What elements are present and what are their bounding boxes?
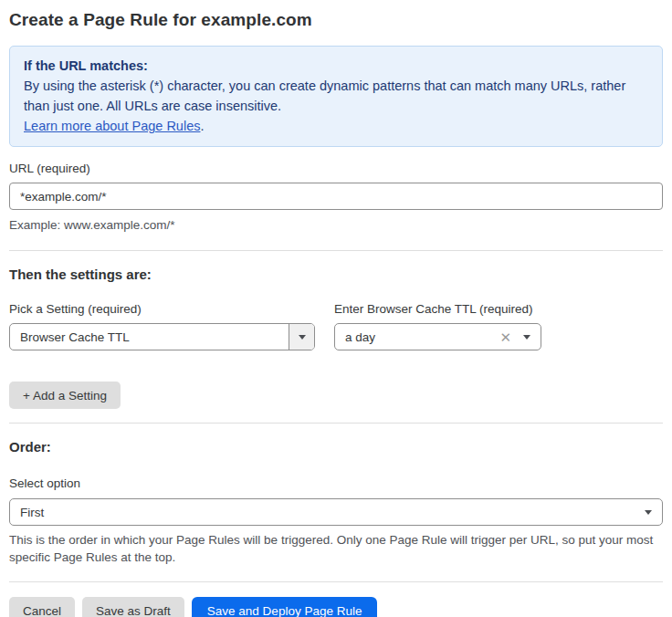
setting-picker-label: Pick a Setting (required) bbox=[9, 302, 315, 317]
link-suffix: . bbox=[200, 119, 204, 133]
ttl-picker-group: Enter Browser Cache TTL (required) a day… bbox=[334, 302, 541, 350]
info-box-link-line: Learn more about Page Rules. bbox=[24, 116, 648, 136]
ttl-picker-select[interactable]: a day ✕ bbox=[334, 323, 541, 350]
url-match-info-box: If the URL matches: By using the asteris… bbox=[9, 46, 663, 147]
section-divider bbox=[9, 581, 663, 582]
save-and-deploy-button[interactable]: Save and Deploy Page Rule bbox=[192, 597, 378, 617]
info-box-heading: If the URL matches: bbox=[24, 56, 648, 76]
create-page-rule-panel: Create a Page Rule for example.com If th… bbox=[0, 0, 672, 617]
footer-actions: Cancel Save as Draft Save and Deploy Pag… bbox=[9, 597, 663, 617]
page-title: Create a Page Rule for example.com bbox=[9, 7, 663, 33]
url-field-label: URL (required) bbox=[9, 162, 663, 176]
ttl-picker-label: Enter Browser Cache TTL (required) bbox=[334, 302, 541, 317]
ttl-picker-value: a day bbox=[345, 330, 492, 344]
cancel-button[interactable]: Cancel bbox=[9, 597, 75, 617]
clear-icon[interactable]: ✕ bbox=[499, 330, 511, 344]
url-field-group: URL (required) Example: www.example.com/… bbox=[9, 162, 663, 234]
ttl-picker-icons: ✕ bbox=[499, 330, 530, 344]
order-select-value: First bbox=[20, 506, 645, 519]
add-setting-button[interactable]: + Add a Setting bbox=[9, 382, 121, 409]
setting-picker-select[interactable]: Browser Cache TTL bbox=[9, 323, 315, 350]
url-input[interactable] bbox=[9, 183, 663, 210]
section-divider bbox=[9, 250, 663, 251]
learn-more-link[interactable]: Learn more about Page Rules bbox=[24, 119, 200, 133]
chevron-down-icon bbox=[645, 510, 652, 515]
url-example-help: Example: www.example.com/* bbox=[9, 216, 663, 234]
settings-row: Pick a Setting (required) Browser Cache … bbox=[9, 302, 663, 350]
setting-picker-arrow-button[interactable] bbox=[289, 324, 314, 350]
setting-picker-group: Pick a Setting (required) Browser Cache … bbox=[9, 302, 315, 350]
add-setting-wrap: + Add a Setting bbox=[9, 382, 663, 409]
order-help-text: This is the order in which your Page Rul… bbox=[9, 531, 663, 566]
order-select[interactable]: First bbox=[9, 498, 663, 526]
info-box-body: By using the asterisk (*) character, you… bbox=[24, 76, 648, 116]
section-divider bbox=[9, 423, 663, 424]
order-select-label: Select option bbox=[9, 476, 663, 491]
order-section-heading: Order: bbox=[9, 439, 663, 455]
save-as-draft-button[interactable]: Save as Draft bbox=[82, 597, 184, 617]
chevron-down-icon bbox=[299, 335, 306, 340]
setting-picker-value: Browser Cache TTL bbox=[20, 330, 304, 344]
settings-section-heading: Then the settings are: bbox=[9, 267, 663, 283]
chevron-down-icon bbox=[523, 335, 530, 340]
